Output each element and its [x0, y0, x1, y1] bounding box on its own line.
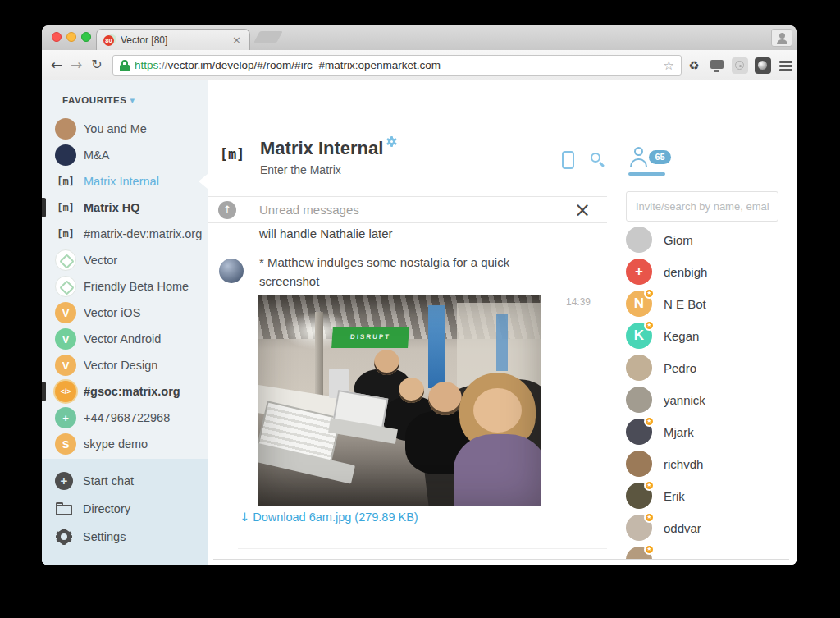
sender-avatar[interactable]: [219, 259, 244, 283]
search-icon[interactable]: [590, 152, 606, 168]
member-list-item[interactable]: Pedro: [626, 355, 797, 381]
attached-image[interactable]: DISRUPT: [258, 295, 541, 506]
member-list-item[interactable]: ★ Erik: [626, 483, 797, 509]
browser-toolbar: ← → ↻ https://vector.im/develop/#/room/#…: [42, 50, 797, 80]
member-list-item[interactable]: richvdh: [626, 451, 797, 477]
tab-close-icon[interactable]: ×: [231, 34, 243, 46]
room-title[interactable]: Matrix Internal: [260, 138, 383, 159]
read-receipt-avatar[interactable]: [594, 234, 605, 245]
room-name: Vector Design: [84, 359, 158, 372]
tab-title: Vector [80]: [121, 34, 231, 46]
back-icon[interactable]: ←: [48, 56, 66, 74]
sidebar-room-item[interactable]: [m] Matrix HQ: [42, 197, 208, 218]
monitor-screen: [710, 60, 724, 69]
new-tab-button[interactable]: [253, 31, 282, 43]
call-device-icon[interactable]: [562, 151, 574, 169]
monitor-stand: [714, 70, 719, 72]
favourites-header[interactable]: FAVOURITES ▾: [62, 95, 135, 106]
read-receipt-avatar[interactable]: [594, 311, 605, 322]
read-receipt-avatar[interactable]: K: [582, 234, 592, 245]
bookmark-star-icon[interactable]: ☆: [664, 58, 674, 73]
member-name: Erik: [664, 489, 685, 503]
window-minimize-button[interactable]: [66, 32, 76, 42]
read-receipt-avatar[interactable]: [570, 311, 581, 322]
sidebar-room-item[interactable]: Vector: [42, 249, 208, 271]
member-list-item[interactable]: ★: [626, 547, 797, 559]
member-list-item[interactable]: ★ oddvar: [626, 515, 797, 541]
photo-vignette: [258, 295, 541, 506]
members-tab-underline: [628, 172, 665, 176]
recycle-extension-icon[interactable]: ♻: [685, 57, 703, 75]
react-nucleus: [739, 65, 742, 67]
profile-icon-shoulders: [777, 39, 788, 44]
room-avatar: +: [55, 407, 76, 428]
member-avatar: [626, 355, 652, 381]
plus-circle-icon: +: [55, 472, 73, 490]
room-avatar: [m]: [55, 223, 76, 245]
member-list-item[interactable]: K★ Kegan: [626, 323, 797, 349]
download-label: Download 6am.jpg (279.89 KB): [253, 510, 418, 524]
room-name: Friendly Beta Home: [84, 280, 189, 293]
search-handle: [599, 162, 605, 167]
unread-count-favicon-badge: 80: [103, 35, 114, 46]
jump-to-unread-icon[interactable]: ↑: [218, 201, 236, 219]
download-link[interactable]: ↓ Download 6am.jpg (279.89 KB): [240, 510, 418, 524]
read-receipt-avatar[interactable]: [570, 234, 581, 245]
member-avatar: ★: [626, 483, 652, 509]
sidebar-room-item[interactable]: </> #gsoc:matrix.org: [42, 381, 208, 402]
member-count-badge: 65: [649, 150, 671, 164]
member-list-item[interactable]: yannick: [626, 387, 797, 413]
screenshare-extension-icon[interactable]: [708, 57, 726, 75]
timeline-divider: [238, 548, 607, 549]
sidebar-room-item[interactable]: [m] Matrix Internal: [42, 171, 208, 192]
room-avatar-large[interactable]: [m]: [217, 140, 247, 169]
member-list-item[interactable]: ★ Mjark: [626, 419, 797, 445]
member-list-item[interactable]: N★ N E Bot: [626, 291, 797, 317]
power-level-badge-icon: ★: [644, 320, 655, 331]
member-list-item[interactable]: + denbigh: [626, 259, 797, 285]
favicon: 80: [103, 34, 116, 46]
message-text: will handle Nathalie later: [259, 227, 393, 240]
sidebar-room-item[interactable]: Friendly Beta Home: [42, 276, 208, 297]
read-receipt-avatar[interactable]: [582, 311, 592, 322]
sidebar-room-item[interactable]: V Vector Android: [42, 328, 208, 350]
start-chat-button[interactable]: + Start chat: [42, 470, 208, 492]
room-name: +447968722968: [84, 411, 170, 424]
sidebar-room-item[interactable]: [m] #matrix-dev:matrix.org: [42, 223, 208, 245]
close-icon[interactable]: ×: [574, 199, 591, 222]
desktop-background: 80 Vector [80] × ← → ↻ https://vector.im: [0, 0, 840, 618]
composer-divider: [213, 559, 789, 560]
sidebar-room-item[interactable]: You and Me: [42, 118, 208, 140]
download-arrow-icon: ↓: [240, 510, 249, 524]
sidebar-room-item[interactable]: V Vector Design: [42, 355, 208, 376]
power-level-badge-icon: ★: [644, 416, 655, 427]
sidebar-room-item[interactable]: V Vector iOS: [42, 302, 208, 323]
directory-button[interactable]: Directory: [42, 498, 208, 520]
window-zoom-button[interactable]: [81, 32, 91, 42]
shield-extension-icon[interactable]: [754, 57, 772, 75]
reload-icon[interactable]: ↻: [88, 56, 106, 74]
chevron-down-icon: ▾: [130, 95, 135, 106]
unread-edge-badge: [42, 382, 46, 401]
url-bar[interactable]: https://vector.im/develop/#/room/#irc_#m…: [112, 55, 682, 76]
invite-search-input[interactable]: [626, 191, 778, 222]
room-avatar: S: [55, 433, 76, 455]
room-avatar: [55, 118, 76, 140]
sidebar-room-item[interactable]: + +447968722968: [42, 407, 208, 428]
member-name: Pedro: [664, 361, 696, 375]
settings-button[interactable]: Settings: [42, 526, 208, 547]
react-devtools-extension-icon[interactable]: [731, 57, 749, 75]
power-level-badge-icon: ★: [644, 288, 655, 299]
browser-menu-icon[interactable]: [777, 57, 795, 75]
room-name: Matrix HQ: [84, 201, 140, 214]
browser-tab[interactable]: 80 Vector [80] ×: [96, 29, 250, 50]
room-topic[interactable]: Enter the Matrix: [260, 163, 341, 176]
member-list-item[interactable]: Giom: [626, 227, 797, 253]
sidebar-room-item[interactable]: M&A: [42, 144, 208, 166]
directory-label: Directory: [83, 502, 130, 515]
room-settings-gear-icon[interactable]: [386, 136, 397, 147]
window-close-button[interactable]: [52, 32, 62, 42]
forward-icon[interactable]: →: [67, 56, 85, 74]
sidebar-room-item[interactable]: S skype demo: [42, 433, 208, 455]
browser-profile-button[interactable]: [771, 29, 792, 47]
